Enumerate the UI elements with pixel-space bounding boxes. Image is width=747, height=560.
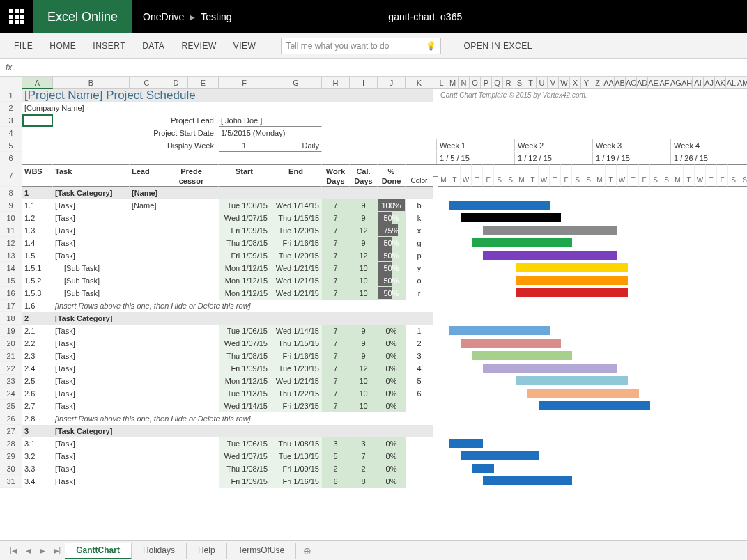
col-header[interactable]: O xyxy=(470,77,481,89)
cell[interactable]: [Task] xyxy=(53,237,130,249)
cell[interactable] xyxy=(22,152,436,164)
cell[interactable]: [Task] xyxy=(53,337,130,350)
col-header[interactable]: AH xyxy=(681,77,693,89)
col-header[interactable]: P xyxy=(481,77,492,89)
cell[interactable]: Tue 1/20/15 xyxy=(270,249,322,262)
gantt-bar[interactable] xyxy=(516,288,628,297)
cell[interactable]: 2.5 xyxy=(22,375,53,387)
cell[interactable]: Wed 1/07/15 xyxy=(219,337,270,350)
gantt-bar[interactable] xyxy=(472,238,572,247)
cell[interactable]: 7 xyxy=(322,199,350,212)
spreadsheet-grid[interactable]: ABCDEFGHIJKLMNOPQRSTUVWXYZAAABACADAEAFAG… xyxy=(0,77,747,536)
row-header[interactable]: 31 xyxy=(0,475,22,488)
cell[interactable]: [Task] xyxy=(53,212,130,224)
cell[interactable]: 1 / 12 / 15 xyxy=(514,152,592,164)
cell[interactable]: [Task] xyxy=(53,475,130,488)
cell[interactable] xyxy=(433,450,438,462)
cell[interactable]: [Task] xyxy=(53,462,130,475)
cell[interactable]: 1/5/2015 (Monday) xyxy=(219,127,322,139)
gantt-bar[interactable] xyxy=(516,376,628,385)
cell[interactable] xyxy=(130,237,164,249)
cell[interactable]: 9 xyxy=(350,350,378,362)
cell[interactable]: 0% xyxy=(378,475,406,488)
row-header[interactable]: 27 xyxy=(0,425,22,437)
cell[interactable] xyxy=(130,362,164,375)
row-header[interactable]: 29 xyxy=(0,450,22,462)
cell[interactable]: 2.6 xyxy=(22,387,53,400)
cell[interactable] xyxy=(164,249,219,262)
row-header[interactable]: 11 xyxy=(0,224,22,237)
cell[interactable]: 5 xyxy=(322,450,350,462)
cell[interactable]: Wed 1/21/15 xyxy=(270,287,322,300)
col-header[interactable]: I xyxy=(350,77,378,89)
cell[interactable]: 7 xyxy=(322,274,350,287)
cell[interactable] xyxy=(433,325,438,337)
cell[interactable]: 1 xyxy=(219,139,270,152)
row-header[interactable]: 10 xyxy=(0,212,22,224)
cell[interactable]: [Task] xyxy=(53,450,130,462)
cell[interactable]: 1.5.3 xyxy=(22,287,53,300)
row-header[interactable]: 12 xyxy=(0,237,22,249)
cell[interactable] xyxy=(164,262,219,274)
cell[interactable] xyxy=(406,437,433,450)
cell[interactable]: 7 xyxy=(322,287,350,300)
cell[interactable]: [Sub Task] xyxy=(53,287,130,300)
cell[interactable]: 2 xyxy=(322,462,350,475)
cell[interactable]: 1 / 26 / 15 xyxy=(670,152,747,164)
cell[interactable]: Thu 1/08/15 xyxy=(219,237,270,249)
cell[interactable]: 10 xyxy=(350,262,378,274)
cell[interactable]: Tue 1/06/15 xyxy=(219,325,270,337)
cell[interactable]: [Task] xyxy=(53,375,130,387)
cell[interactable] xyxy=(164,199,219,212)
cell[interactable]: Daily xyxy=(270,139,322,152)
cell[interactable] xyxy=(164,237,219,249)
cell[interactable]: Week 2 xyxy=(514,139,592,152)
gantt-bar[interactable] xyxy=(461,339,561,348)
cell[interactable]: 3 xyxy=(22,425,53,437)
gantt-bar[interactable] xyxy=(483,364,617,373)
row-header[interactable]: 15 xyxy=(0,274,22,287)
cell[interactable] xyxy=(164,362,219,375)
col-header[interactable]: X xyxy=(570,77,581,89)
cell[interactable]: b xyxy=(406,199,433,212)
cell[interactable]: Fri 1/09/15 xyxy=(219,249,270,262)
cell[interactable] xyxy=(130,425,164,437)
cell[interactable]: 9 xyxy=(350,199,378,212)
cell[interactable]: y xyxy=(406,262,433,274)
cell[interactable]: 3 xyxy=(322,437,350,450)
cell[interactable]: [Task Category] xyxy=(53,312,130,325)
col-header[interactable]: E xyxy=(188,77,219,89)
row-header[interactable]: 2 xyxy=(0,102,22,114)
cell[interactable]: Lead xyxy=(130,164,164,187)
cell[interactable] xyxy=(130,375,164,387)
cell[interactable]: 0% xyxy=(378,350,406,362)
cell[interactable]: Wed 1/07/15 xyxy=(219,212,270,224)
cell[interactable]: 12 xyxy=(350,249,378,262)
cell[interactable] xyxy=(164,475,219,488)
cell[interactable]: Fri 1/09/15 xyxy=(219,362,270,375)
cell[interactable]: Week 3 xyxy=(592,139,670,152)
col-header[interactable]: AA xyxy=(603,77,615,89)
cell[interactable] xyxy=(433,199,438,212)
cell[interactable]: 3.2 xyxy=(22,450,53,462)
gantt-bar[interactable] xyxy=(527,389,639,398)
col-header[interactable]: AC xyxy=(626,77,637,89)
col-header[interactable]: AE xyxy=(648,77,659,89)
cell[interactable] xyxy=(164,337,219,350)
cell[interactable]: 7 xyxy=(322,224,350,237)
cell[interactable]: 7 xyxy=(322,350,350,362)
cell[interactable]: [Insert Rows above this one, then Hide o… xyxy=(53,300,436,312)
cell[interactable]: [Task] xyxy=(53,199,130,212)
cell[interactable]: 12 xyxy=(350,362,378,375)
cell[interactable]: End xyxy=(270,164,322,187)
col-header[interactable]: S xyxy=(514,77,525,89)
cell[interactable]: [ John Doe ] xyxy=(219,114,322,127)
cell[interactable]: 5 xyxy=(406,375,433,387)
cell[interactable] xyxy=(164,400,219,412)
col-header[interactable]: U xyxy=(537,77,548,89)
cell[interactable]: 3.4 xyxy=(22,475,53,488)
row-header[interactable]: 3 xyxy=(0,114,22,127)
cell[interactable]: Mon 1/12/15 xyxy=(219,375,270,387)
breadcrumb-part[interactable]: OneDrive xyxy=(143,11,184,22)
cell[interactable]: r xyxy=(406,287,433,300)
